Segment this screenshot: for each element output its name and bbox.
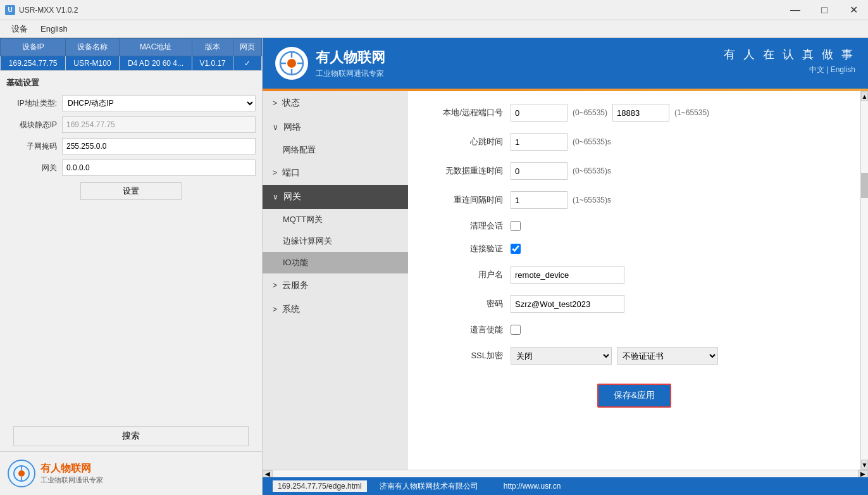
close-button[interactable]: ✕	[839, 0, 868, 20]
nav-sidebar: > 状态 ∨ 网络 网络配置 > 端口 ∨ 网关 MQTT网关 边缘计算网关	[263, 91, 408, 470]
set-button[interactable]: 设置	[80, 182, 182, 200]
local-port-input[interactable]	[511, 104, 567, 122]
nav-label-gateway: 网关	[283, 191, 301, 203]
lang-english[interactable]: English	[831, 65, 855, 74]
logo-svg	[13, 465, 30, 482]
header-title-group: 有人物联网 工业物联网通讯专家	[316, 48, 385, 79]
reconnect-row: 重连间隔时间 (1~65535)s	[427, 191, 841, 209]
conn-auth-checkbox[interactable]	[511, 244, 521, 254]
network-arrow: ∨	[273, 123, 278, 132]
heartbeat-input[interactable]	[511, 133, 567, 151]
nav-item-port[interactable]: > 端口	[263, 161, 408, 185]
nav-item-status[interactable]: > 状态	[263, 91, 408, 115]
logo-name: 有人物联网	[40, 462, 103, 475]
left-panel: 设备IP 设备名称 MAC地址 版本 网页 169.254.77.75 USR-…	[0, 38, 263, 495]
bottom-scrollbar: ◀ ▶	[263, 470, 868, 477]
nav-item-gateway[interactable]: ∨ 网关	[263, 185, 408, 209]
port-row: 本地/远程端口号 (0~65535) (1~65535)	[427, 104, 841, 122]
ip-type-row: IP地址类型: DHCP/动态IP 静态IP	[6, 95, 256, 111]
nav-sub-edge[interactable]: 边缘计算网关	[263, 230, 408, 252]
conn-auth-label: 连接验证	[427, 243, 503, 254]
header-logo-svg	[279, 51, 304, 76]
right-header: 有人物联网 工业物联网通讯专家 有 人 在 认 真 做 事 中文 | Engli…	[263, 38, 868, 89]
static-ip-input[interactable]	[62, 116, 256, 133]
no-data-hint: (0~65535)s	[573, 166, 611, 175]
clear-session-row: 清理会话	[427, 220, 841, 232]
no-data-label: 无数据重连时间	[427, 165, 503, 177]
window-controls: — □ ✕	[781, 0, 868, 20]
right-scrollbar: ▲ ▼	[860, 91, 868, 470]
ssl-row: SSL加密 关闭 开启 不验证证书 验证证书	[427, 347, 841, 365]
lang-chinese[interactable]: 中文	[809, 65, 824, 74]
nav-item-network[interactable]: ∨ 网络	[263, 115, 408, 139]
clear-session-label: 清理会话	[427, 220, 503, 232]
username-input[interactable]	[511, 266, 624, 284]
reconnect-input[interactable]	[511, 191, 567, 209]
static-ip-row: 模块静态IP	[6, 116, 256, 133]
gateway-input[interactable]	[62, 160, 256, 176]
device-ip: 169.254.77.75	[1, 56, 66, 71]
scroll-down-arrow[interactable]: ▼	[861, 460, 868, 470]
will-msg-label: 遗言使能	[427, 324, 503, 335]
no-data-row: 无数据重连时间 (0~65535)s	[427, 162, 841, 180]
device-version: V1.0.17	[192, 56, 233, 71]
clear-session-checkbox[interactable]	[511, 221, 521, 231]
subnet-row: 子网掩码	[6, 138, 256, 154]
port-arrow: >	[273, 168, 277, 177]
save-area: 保存&应用	[427, 384, 841, 408]
device-table: 设备IP 设备名称 MAC地址 版本 网页 169.254.77.75 USR-…	[0, 38, 262, 71]
main-content: 本地/远程端口号 (0~65535) (1~65535) 心跳时间 (0~655…	[408, 91, 860, 470]
svg-point-1	[18, 470, 25, 477]
table-row[interactable]: 169.254.77.75 USR-M100 D4 AD 20 60 4... …	[1, 56, 262, 71]
password-label: 密码	[427, 298, 503, 310]
status-arrow: >	[273, 99, 277, 108]
subnet-label: 子网掩码	[6, 141, 57, 152]
menu-bar: 设备 English	[0, 20, 868, 38]
header-slogan: 有 人 在 认 真 做 事	[724, 47, 855, 62]
basic-settings: 基础设置 IP地址类型: DHCP/动态IP 静态IP 模块静态IP 子网掩码 …	[0, 71, 262, 421]
minimize-button[interactable]: —	[781, 0, 810, 20]
hscroll-right-arrow[interactable]: ▶	[858, 470, 868, 477]
main-container: 设备IP 设备名称 MAC地址 版本 网页 169.254.77.75 USR-…	[0, 38, 868, 495]
subnet-input[interactable]	[62, 138, 256, 154]
gateway-row: 网关	[6, 160, 256, 176]
header-title-cn: 有人物联网	[316, 48, 385, 67]
static-ip-label: 模块静态IP	[6, 120, 57, 130]
header-lang: 中文 | English	[724, 65, 855, 75]
remote-port-input[interactable]	[612, 104, 669, 122]
col-version: 版本	[192, 39, 233, 56]
device-mac: D4 AD 20 60 4...	[119, 56, 192, 71]
password-row: 密码	[427, 295, 841, 313]
nav-item-cloud[interactable]: > 云服务	[263, 273, 408, 298]
maximize-button[interactable]: □	[810, 0, 839, 20]
right-panel: 有人物联网 工业物联网通讯专家 有 人 在 认 真 做 事 中文 | Engli…	[263, 38, 868, 495]
search-button[interactable]: 搜索	[13, 426, 249, 446]
ip-type-select[interactable]: DHCP/动态IP 静态IP	[62, 95, 256, 111]
will-msg-checkbox[interactable]	[511, 325, 521, 335]
svg-point-5	[287, 59, 296, 68]
ssl-select[interactable]: 关闭 开启	[511, 347, 612, 365]
menu-item-english[interactable]: English	[34, 22, 74, 36]
save-button[interactable]: 保存&应用	[597, 384, 671, 408]
port-label: 本地/远程端口号	[427, 107, 503, 118]
nav-sub-mqtt[interactable]: MQTT网关	[263, 209, 408, 230]
col-web: 网页	[233, 39, 261, 56]
nav-sub-network-config[interactable]: 网络配置	[263, 139, 408, 161]
nav-sub-io[interactable]: IO功能	[263, 252, 408, 273]
system-arrow: >	[273, 305, 277, 314]
header-logo: 有人物联网 工业物联网通讯专家	[275, 47, 385, 80]
app-icon: U	[5, 5, 15, 15]
scroll-thumb[interactable]	[861, 173, 868, 198]
cloud-arrow: >	[273, 281, 277, 290]
scroll-up-arrow[interactable]: ▲	[861, 91, 868, 101]
gateway-arrow: ∨	[273, 192, 278, 201]
no-data-input[interactable]	[511, 162, 567, 180]
hscroll-left-arrow[interactable]: ◀	[263, 470, 273, 477]
header-right-text: 有 人 在 认 真 做 事 中文 | English	[724, 47, 855, 75]
nav-item-system[interactable]: > 系统	[263, 298, 408, 322]
password-input[interactable]	[511, 295, 624, 313]
logo-subtitle: 工业物联网通讯专家	[40, 475, 103, 485]
ssl-cert-select[interactable]: 不验证证书 验证证书	[617, 347, 718, 365]
menu-item-shebei[interactable]: 设备	[5, 21, 34, 37]
remote-port-hint: (1~65535)	[674, 108, 709, 117]
